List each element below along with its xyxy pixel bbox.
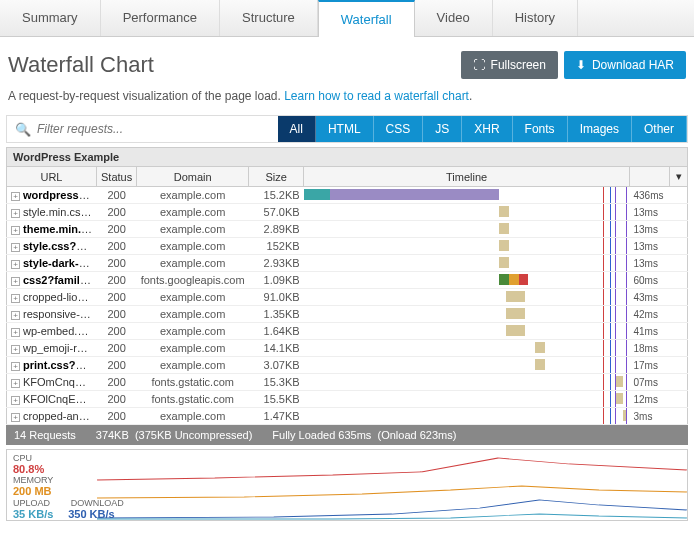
requests-table: URL Status Domain Size Timeline ▾ +wordp… (6, 166, 688, 425)
expand-icon[interactable]: + (11, 328, 20, 337)
expand-icon[interactable]: + (11, 226, 20, 235)
table-row[interactable]: +wordpress-exa...200example.com15.2KB436… (7, 187, 688, 204)
search-icon: 🔍 (15, 122, 31, 137)
col-size[interactable]: Size (249, 167, 304, 187)
expand-icon[interactable]: + (11, 362, 20, 371)
metrics-panel: CPU 80.8% MEMORY 200 MB UPLOAD DOWNLOAD … (6, 449, 688, 521)
expand-icon[interactable]: + (11, 311, 20, 320)
filter-chip-html[interactable]: HTML (316, 116, 374, 142)
expand-icon[interactable]: + (11, 345, 20, 354)
filter-chip-all[interactable]: All (278, 116, 316, 142)
filter-chip-css[interactable]: CSS (374, 116, 424, 142)
filter-chip-other[interactable]: Other (632, 116, 687, 142)
filter-bar: 🔍 AllHTMLCSSJSXHRFontsImagesOther (6, 115, 688, 143)
tabs: SummaryPerformanceStructureWaterfallVide… (0, 0, 694, 37)
expand-icon[interactable]: + (11, 413, 20, 422)
col-url[interactable]: URL (7, 167, 97, 187)
tab-structure[interactable]: Structure (220, 0, 318, 36)
table-row[interactable]: +theme.min.css...200example.com2.89KB13m… (7, 221, 688, 238)
fullscreen-button[interactable]: ⛶Fullscreen (461, 51, 558, 79)
summary-requests: 14 Requests (14, 429, 76, 441)
table-row[interactable]: +KFOlCnqEu92...200fonts.gstatic.com15.5K… (7, 391, 688, 408)
table-row[interactable]: +style-dark-mo...200example.com2.93KB13m… (7, 255, 688, 272)
tab-summary[interactable]: Summary (0, 0, 101, 36)
upload-value: 35 KB/s (13, 508, 53, 520)
expand-icon[interactable]: + (11, 277, 20, 286)
table-row[interactable]: +wp_emoji-relea...200example.com14.1KB18… (7, 340, 688, 357)
expand-icon[interactable]: + (11, 379, 20, 388)
group-header: WordPress Example (6, 147, 688, 166)
expand-icon[interactable]: + (11, 243, 20, 252)
expand-icon[interactable]: + (11, 294, 20, 303)
page-title: Waterfall Chart (8, 52, 154, 78)
table-row[interactable]: +style.css?ver=...200example.com152KB13m… (7, 238, 688, 255)
col-timeline[interactable]: Timeline (304, 167, 630, 187)
table-row[interactable]: +KFOmCnqEu9...200fonts.gstatic.com15.3KB… (7, 374, 688, 391)
fullscreen-icon: ⛶ (473, 58, 485, 72)
table-row[interactable]: +cropped-andro...200example.com1.47KB3ms (7, 408, 688, 425)
download-icon: ⬇ (576, 58, 586, 72)
expand-icon[interactable]: + (11, 209, 20, 218)
filter-chip-images[interactable]: Images (568, 116, 632, 142)
header: Waterfall Chart ⛶Fullscreen ⬇Download HA… (0, 37, 694, 85)
filter-input[interactable] (37, 122, 270, 136)
tab-performance[interactable]: Performance (101, 0, 220, 36)
tab-video[interactable]: Video (415, 0, 493, 36)
cpu-value: 80.8% (13, 463, 44, 475)
memory-value: 200 MB (13, 485, 52, 497)
table-row[interactable]: +wp-embed.min....200example.com1.64KB41m… (7, 323, 688, 340)
table-row[interactable]: +css2?family=R...200fonts.googleapis.com… (7, 272, 688, 289)
table-row[interactable]: +responsive-em...200example.com1.35KB42m… (7, 306, 688, 323)
summary-bar: 14 Requests 374KB (375KB Uncompressed) F… (6, 425, 688, 445)
col-status[interactable]: Status (97, 167, 137, 187)
type-filters: AllHTMLCSSJSXHRFontsImagesOther (278, 116, 687, 142)
filter-chip-js[interactable]: JS (423, 116, 462, 142)
tab-waterfall[interactable]: Waterfall (318, 0, 415, 37)
subtitle: A request-by-request visualization of th… (0, 85, 694, 115)
tab-history[interactable]: History (493, 0, 578, 36)
learn-link[interactable]: Learn how to read a waterfall chart (284, 89, 469, 103)
filter-chip-fonts[interactable]: Fonts (513, 116, 568, 142)
upload-label: UPLOAD (13, 498, 50, 508)
table-row[interactable]: +cropped-lion-r...200example.com91.0KB43… (7, 289, 688, 306)
expand-icon[interactable]: + (11, 396, 20, 405)
download-har-button[interactable]: ⬇Download HAR (564, 51, 686, 79)
expand-icon[interactable]: + (11, 192, 20, 201)
expand-icon[interactable]: + (11, 260, 20, 269)
columns-dropdown[interactable]: ▾ (670, 167, 688, 187)
action-buttons: ⛶Fullscreen ⬇Download HAR (461, 51, 686, 79)
table-row[interactable]: +style.min.css?...200example.com57.0KB13… (7, 204, 688, 221)
col-domain[interactable]: Domain (137, 167, 249, 187)
metrics-sparkline (97, 450, 687, 520)
table-row[interactable]: +print.css?ver=...200example.com3.07KB17… (7, 357, 688, 374)
filter-box: 🔍 (7, 116, 278, 142)
filter-chip-xhr[interactable]: XHR (462, 116, 512, 142)
